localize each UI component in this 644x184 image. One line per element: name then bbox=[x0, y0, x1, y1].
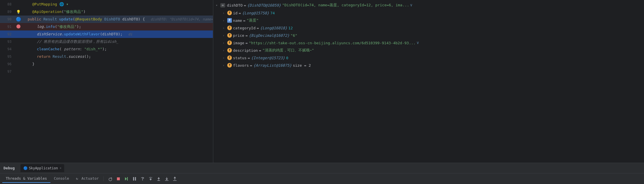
toolbar-icons bbox=[107, 176, 178, 182]
line-content-89: @ApiOperation("修改商品") bbox=[22, 8, 213, 16]
f-icon-categoryid: f bbox=[227, 26, 232, 30]
tab-label-actuator: Actuator bbox=[82, 176, 99, 181]
table-row: 89 💡 @ApiOperation("修改商品") bbox=[0, 8, 213, 16]
line-number-96: 96 bbox=[0, 62, 15, 66]
upload-icon bbox=[173, 177, 177, 181]
gutter-90: 🔵 bbox=[15, 17, 22, 22]
bottom-section: Debug 🔵 SkyApplication × Threads & Varia… bbox=[0, 163, 644, 184]
tab-console[interactable]: Console bbox=[50, 175, 73, 183]
svg-marker-18 bbox=[174, 177, 176, 178]
export-button[interactable] bbox=[164, 176, 170, 182]
table-row: 91 log.info("修改商品"); bbox=[0, 23, 213, 30]
tab-threads-variables[interactable]: Threads & Variables bbox=[2, 175, 50, 183]
var-row-name[interactable]: › P name = "蒸蛋" bbox=[213, 17, 644, 24]
table-row: 95 return Result.success(); bbox=[0, 53, 213, 60]
icon-globe-88: 🌐 bbox=[59, 2, 64, 6]
tab-actuator[interactable]: ↻ Actuator bbox=[73, 175, 102, 183]
line-content-90: public Result update(@RequestBody DishDT… bbox=[22, 16, 213, 23]
svg-marker-15 bbox=[166, 179, 168, 180]
var-ref-status: {Integer@15723} bbox=[251, 56, 285, 60]
code-scroll[interactable]: 88 @PutMapping 🌐 ▾ 89 💡 bbox=[0, 0, 213, 163]
stop-icon bbox=[116, 177, 120, 181]
step-out-button[interactable] bbox=[156, 176, 162, 182]
var-row-image[interactable]: › f image = "https://sht-take-out.oss-cn… bbox=[213, 39, 644, 47]
var-row-categoryid[interactable]: › f categoryId = {Long@16018} 12 bbox=[213, 24, 644, 32]
table-row: 96 } bbox=[0, 60, 213, 68]
var-row-status[interactable]: › f status = {Integer@15723} 0 bbox=[213, 54, 644, 62]
var-row-description[interactable]: › f description = "清蒸的鸡蛋，可口、不腻哦~" bbox=[213, 47, 644, 54]
var-row-flavors[interactable]: › f flavors = {ArrayList@16075} size = 2 bbox=[213, 62, 644, 69]
var-row-id[interactable]: › f id = {Long@15758} 74 bbox=[213, 9, 644, 17]
line-number-88: 88 bbox=[0, 2, 15, 6]
var-value-status: 0 bbox=[286, 56, 288, 60]
step-into-icon bbox=[148, 177, 153, 181]
line-number-93: 93 bbox=[0, 40, 15, 44]
debug-label: Debug bbox=[2, 166, 16, 170]
var-value-name: "蒸蛋" bbox=[247, 18, 259, 23]
var-ref-price: {BigDecimal@16072} bbox=[249, 33, 289, 38]
step-into-button[interactable] bbox=[147, 176, 154, 182]
var-eq-description: = bbox=[259, 48, 261, 53]
svg-marker-8 bbox=[149, 179, 152, 181]
var-ref-categoryid: {Long@16018} bbox=[260, 26, 287, 30]
var-value-flavors: size = 2 bbox=[293, 63, 311, 68]
var-row-dishdto[interactable]: ▾ ∞ dishDTO = {DishDTO@16059} "DishDTO(i… bbox=[213, 1, 644, 9]
var-value-categoryid: 12 bbox=[288, 26, 293, 30]
f-icon-image: f bbox=[227, 41, 232, 45]
var-eq-flavors: = bbox=[250, 63, 252, 68]
bulb-icon: 💡 bbox=[16, 10, 21, 14]
pause-icon bbox=[132, 177, 137, 181]
line-number-89: 89 bbox=[0, 10, 15, 14]
rerun-button[interactable] bbox=[107, 176, 113, 182]
gutter-91 bbox=[15, 24, 22, 29]
icon-arrow-88: ▾ bbox=[66, 2, 69, 6]
session-tab[interactable]: 🔵 SkyApplication × bbox=[20, 164, 64, 172]
svg-marker-1 bbox=[125, 177, 127, 181]
table-row: 94 cleanCache( pattern: "dish_*"); bbox=[0, 45, 213, 53]
f-icon-id: f bbox=[227, 11, 232, 15]
var-row-price[interactable]: › f price = {BigDecimal@16072} "6" bbox=[213, 32, 644, 39]
svg-rect-0 bbox=[117, 177, 120, 180]
stop-button[interactable] bbox=[115, 176, 122, 182]
var-name-price: price bbox=[233, 33, 244, 38]
var-eq-categoryid: = bbox=[257, 26, 259, 30]
expand-arrow-dishdto: ▾ bbox=[216, 3, 220, 7]
resume-icon bbox=[124, 177, 129, 181]
var-truncate-image: V bbox=[417, 41, 419, 45]
line-content-94: cleanCache( pattern: "dish_*"); bbox=[22, 45, 213, 53]
expand-arrow-description: › bbox=[223, 49, 227, 52]
expand-arrow-status: › bbox=[223, 56, 227, 60]
breakpoint-icon bbox=[16, 24, 20, 29]
line-number-95: 95 bbox=[0, 55, 15, 59]
var-ref-id: {Long@15758} bbox=[242, 11, 269, 15]
p-icon-name: P bbox=[227, 18, 232, 23]
session-icon: 🔵 bbox=[23, 166, 28, 170]
upload-button[interactable] bbox=[172, 176, 178, 182]
annotation-89: @ApiOperation bbox=[32, 9, 62, 14]
table-row: 90 🔵 public Result update(@RequestBody D… bbox=[0, 16, 213, 23]
line-number-91: 91 bbox=[0, 25, 15, 29]
var-name-dishdto: dishDTO bbox=[227, 3, 243, 7]
main-container: 88 @PutMapping 🌐 ▾ 89 💡 bbox=[0, 0, 644, 184]
expand-arrow-name: › bbox=[223, 19, 227, 22]
code-lines: 88 @PutMapping 🌐 ▾ 89 💡 bbox=[0, 0, 213, 75]
line-content-88: @PutMapping 🌐 ▾ bbox=[22, 1, 213, 8]
oo-icon: ∞ bbox=[220, 3, 225, 7]
close-session-button[interactable]: × bbox=[60, 166, 61, 170]
resume-button[interactable] bbox=[123, 176, 130, 182]
var-value-image: "https://sht-take-out.oss-cn-beijing.ali… bbox=[249, 41, 416, 45]
gutter-89: 💡 bbox=[15, 10, 22, 14]
var-name-name: name bbox=[233, 18, 242, 23]
actuator-icon: ↻ bbox=[76, 176, 78, 181]
var-name-id: id bbox=[233, 11, 238, 15]
step-over-button[interactable] bbox=[139, 176, 146, 182]
export-icon bbox=[164, 177, 169, 181]
expand-arrow-image: › bbox=[223, 41, 227, 45]
pause-button[interactable] bbox=[131, 176, 138, 182]
current-line-arrow: 🔵 bbox=[16, 17, 21, 22]
expand-arrow-categoryid: › bbox=[223, 26, 227, 30]
debug-panel[interactable]: ▾ ∞ dishDTO = {DishDTO@16059} "DishDTO(i… bbox=[213, 0, 644, 163]
editor-area: 88 @PutMapping 🌐 ▾ 89 💡 bbox=[0, 0, 644, 163]
f-icon-price: f bbox=[227, 33, 232, 38]
var-ref-flavors: {ArrayList@16075} bbox=[253, 63, 292, 68]
